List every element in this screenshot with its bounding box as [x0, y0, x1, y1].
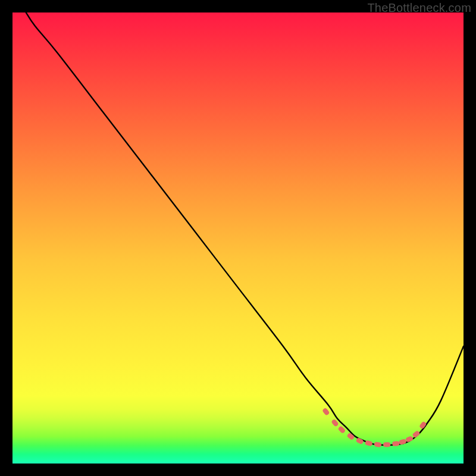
- plot-area: [12, 12, 464, 464]
- watermark-text: TheBottleneck.com: [367, 1, 471, 15]
